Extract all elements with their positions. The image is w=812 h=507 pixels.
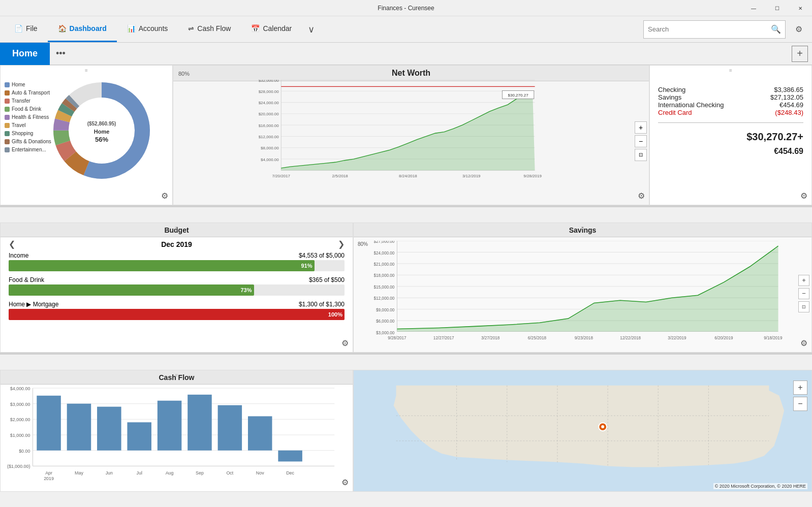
svg-text:$4,000.00: $4,000.00 (10, 386, 30, 391)
legend-item: Travel (5, 121, 51, 130)
close-button[interactable]: ✕ (789, 0, 812, 16)
nav-bar: 📄 File 🏠 Dashboard 📊 Accounts ⇌ Cash Flo… (0, 16, 812, 43)
row3: ≡ Cash Flow $4,000.00 $3,000.00 $2,000.0… (0, 370, 812, 492)
budget-bar-container: 91% (9, 260, 345, 271)
map-copyright: © 2020 Microsoft Corporation, © 2020 HER… (713, 483, 807, 489)
minimize-button[interactable]: — (742, 0, 765, 16)
map-svg (354, 370, 811, 491)
savings-zoom-out-button[interactable]: − (798, 288, 809, 299)
search-input[interactable] (648, 25, 771, 33)
tab-calendar[interactable]: 📅 Calendar (241, 16, 302, 42)
networth-zoom-in-button[interactable]: + (635, 121, 647, 134)
accounts-settings-button[interactable]: ⚙ (800, 191, 807, 201)
legend-item: Gifts & Donations (5, 138, 51, 146)
svg-text:$0.00: $0.00 (19, 449, 30, 454)
budget-next-button[interactable]: ❯ (338, 239, 345, 249)
budget-item-amount: $1,300 of $1,300 (299, 301, 345, 308)
accounts-drag-handle: ≡ (729, 68, 732, 73)
spending-legend: HomeAuto & TransportTransferFood & Drink… (5, 81, 51, 154)
svg-text:$16,000.00: $16,000.00 (259, 123, 279, 128)
tab-file[interactable]: 📄 File (4, 16, 48, 42)
title-bar: Finances - Curensee — ☐ ✕ (0, 0, 812, 16)
savings-zoom-in-button[interactable]: + (798, 275, 809, 286)
svg-text:12/22/2018: 12/22/2018 (620, 336, 641, 340)
budget-settings-button[interactable]: ⚙ (341, 338, 349, 348)
legend-label: Auto & Transport (12, 89, 50, 97)
account-name: Checking (658, 86, 685, 93)
svg-text:($52,860.95): ($52,860.95) (87, 121, 116, 126)
budget-bar-container: 100% (9, 309, 345, 320)
accounts-divider (658, 122, 803, 123)
svg-text:($1,000.00): ($1,000.00) (7, 464, 30, 469)
svg-text:$1,000.00: $1,000.00 (10, 433, 30, 438)
spending-settings-button[interactable]: ⚙ (161, 191, 168, 201)
svg-text:$3,000.00: $3,000.00 (10, 402, 30, 407)
legend-label: Travel (12, 121, 25, 130)
networth-zoom-out-button[interactable]: − (635, 135, 647, 147)
search-box: 🔍 (643, 20, 786, 39)
map-zoom-controls: + − (793, 381, 807, 411)
map-zoom-in-button[interactable]: + (793, 381, 807, 395)
tab-cashflow[interactable]: ⇌ Cash Flow (178, 16, 241, 42)
cashflow-bar-jul (127, 422, 151, 450)
cashflow-bar-apr (37, 396, 61, 451)
networth-settings-button[interactable]: ⚙ (638, 191, 645, 201)
budget-item: Home ▶ Mortgage $1,300 of $1,300 100% (1, 300, 353, 321)
svg-text:6/20/2019: 6/20/2019 (714, 336, 733, 340)
map-zoom-out-button[interactable]: − (793, 397, 807, 411)
spending-panel: ≡ HomeAuto & TransportTransferFood & Dri… (0, 65, 173, 205)
maximize-button[interactable]: ☐ (765, 0, 789, 16)
tab-accounts[interactable]: 📊 Accounts (117, 16, 178, 42)
svg-text:3/27/2018: 3/27/2018 (481, 336, 500, 340)
svg-text:$21,000.00: $21,000.00 (373, 262, 394, 267)
svg-text:Jun: Jun (106, 470, 113, 476)
legend-color (5, 90, 10, 96)
add-widget-button[interactable]: + (792, 46, 808, 62)
svg-text:$8,000.00: $8,000.00 (261, 146, 279, 150)
cashflow-bar-aug (158, 401, 182, 451)
networth-drag-handle: ≡ (410, 68, 413, 73)
search-icon[interactable]: 🔍 (771, 24, 781, 34)
cashflow-panel: ≡ Cash Flow $4,000.00 $3,000.00 $2,000.0… (0, 370, 353, 492)
svg-text:9/18/2019: 9/18/2019 (764, 336, 783, 340)
svg-point-102 (601, 425, 604, 428)
savings-settings-button[interactable]: ⚙ (800, 338, 807, 348)
account-value: $3,386.65 (774, 86, 803, 93)
svg-text:Jul: Jul (137, 470, 142, 476)
budget-month: Dec 2019 (161, 240, 192, 248)
budget-drag-handle: ≡ (175, 225, 178, 231)
budget-bar-pct: 91% (301, 263, 312, 269)
account-row: International Checking€454.69 (658, 101, 803, 109)
home-more-button[interactable]: ••• (50, 48, 72, 59)
nav-more-button[interactable]: ∨ (302, 16, 321, 42)
savings-zoom-controls: + − ⊡ (798, 275, 809, 312)
tab-calendar-label: Calendar (263, 24, 292, 33)
svg-text:8/24/2018: 8/24/2018 (399, 174, 417, 178)
account-value: ($248.43) (775, 109, 803, 116)
legend-color (5, 82, 10, 87)
legend-color (5, 99, 10, 104)
cashflow-settings-button[interactable]: ⚙ (341, 478, 349, 487)
account-name: Savings (658, 93, 681, 101)
account-row: Savings$27,132.05 (658, 93, 803, 101)
legend-label: Entertainmen... (12, 146, 46, 154)
legend-color (5, 115, 10, 120)
map-panel: + − © 2020 Microsoft Corporation, © 2020… (353, 370, 812, 492)
svg-text:$12,000.00: $12,000.00 (259, 135, 279, 139)
budget-item-header: Income $4,553 of $5,000 (9, 252, 345, 259)
budget-prev-button[interactable]: ❮ (9, 239, 15, 249)
legend-label: Transfer (12, 97, 30, 105)
svg-text:3/22/2019: 3/22/2019 (668, 336, 686, 340)
budget-item-amount: $365 of $500 (309, 276, 345, 283)
tab-dashboard[interactable]: 🏠 Dashboard (48, 16, 117, 42)
savings-panel: ≡ Savings 80% $27,000.00 $24,000.00 $21,… (353, 223, 812, 353)
cashflow-icon: ⇌ (188, 24, 194, 33)
svg-text:$4,000.00: $4,000.00 (261, 157, 279, 162)
svg-text:$6,000.00: $6,000.00 (376, 319, 395, 324)
networth-fit-button[interactable]: ⊡ (635, 149, 647, 161)
legend-item: Auto & Transport (5, 89, 51, 97)
savings-fit-button[interactable]: ⊡ (798, 301, 809, 312)
global-settings-button[interactable]: ⚙ (790, 20, 808, 39)
legend-label: Shopping (12, 130, 33, 138)
budget-item-label: Income (9, 252, 28, 259)
